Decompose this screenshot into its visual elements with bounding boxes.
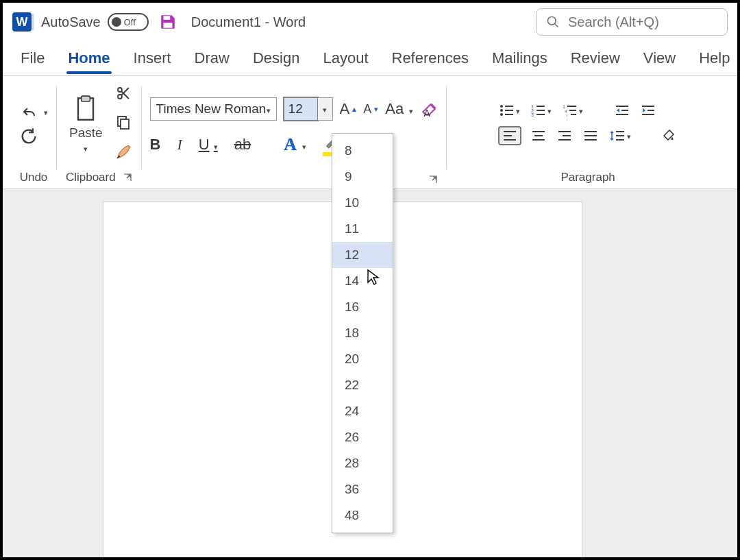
- tab-file[interactable]: File: [19, 45, 46, 75]
- numbering-button[interactable]: 123: [531, 104, 552, 117]
- tab-mailings[interactable]: Mailings: [491, 45, 549, 75]
- font-size-option[interactable]: 48: [332, 502, 393, 528]
- italic-button[interactable]: I: [177, 136, 182, 154]
- svg-point-17: [500, 113, 503, 116]
- multilevel-icon: 1ai: [563, 104, 578, 117]
- change-case-button[interactable]: Aa: [385, 100, 413, 118]
- svg-text:A: A: [424, 108, 431, 118]
- font-name-select[interactable]: Times New Roman: [150, 97, 277, 121]
- justify-button[interactable]: [583, 130, 598, 141]
- decrease-indent-button[interactable]: [615, 104, 630, 117]
- increase-indent-button[interactable]: [641, 104, 656, 117]
- toggle-knob-icon: [112, 17, 121, 27]
- font-size-option[interactable]: 24: [332, 398, 393, 424]
- tab-layout[interactable]: Layout: [321, 45, 369, 75]
- font-size-option[interactable]: 14: [332, 268, 393, 294]
- tab-view[interactable]: View: [642, 45, 677, 75]
- group-paragraph: 123 1ai Paragraph: [447, 80, 729, 188]
- font-size-dropdown-button[interactable]: [318, 97, 333, 121]
- svg-point-15: [500, 109, 503, 112]
- chevron-down-icon: [547, 104, 552, 117]
- scissors-icon: [115, 85, 132, 101]
- group-undo: Undo: [11, 80, 56, 188]
- font-size-dropdown[interactable]: 8 9 10 11 12 14 16 18 20 22 24 26 28 36 …: [332, 133, 393, 533]
- title-bar: W AutoSave Off Document1 - Word Search (…: [3, 3, 737, 41]
- font-size-option[interactable]: 22: [332, 372, 393, 398]
- group-font: Times New Roman 12 A▴ A▾ Aa A: [142, 80, 447, 188]
- svg-text:3: 3: [531, 112, 534, 117]
- word-app-icon: W: [12, 12, 32, 32]
- font-size-option[interactable]: 9: [332, 164, 393, 190]
- copy-button[interactable]: [115, 114, 133, 133]
- font-name-value: Times New Roman: [156, 101, 267, 117]
- font-size-option[interactable]: 20: [332, 346, 393, 372]
- svg-rect-5: [82, 96, 90, 101]
- tab-review[interactable]: Review: [569, 45, 621, 75]
- align-center-button[interactable]: [531, 130, 546, 141]
- font-size-option[interactable]: 28: [332, 450, 393, 476]
- chevron-down-icon[interactable]: [267, 101, 271, 117]
- tab-home[interactable]: Home: [66, 45, 111, 75]
- format-painter-button[interactable]: [115, 143, 133, 163]
- autosave-label: AutoSave: [41, 14, 101, 30]
- tab-help[interactable]: Help: [698, 45, 731, 75]
- svg-line-3: [555, 24, 558, 27]
- autosave-toggle[interactable]: Off: [108, 13, 149, 31]
- svg-rect-0: [163, 16, 170, 19]
- align-right-button[interactable]: [557, 130, 572, 141]
- font-size-input[interactable]: 12: [284, 97, 318, 121]
- grow-font-button[interactable]: A▴: [340, 100, 357, 118]
- bullets-button[interactable]: [500, 104, 520, 117]
- tab-references[interactable]: References: [391, 45, 471, 75]
- clear-formatting-button[interactable]: A: [420, 100, 438, 118]
- bold-button[interactable]: B: [150, 136, 161, 154]
- repeat-icon: [19, 127, 38, 146]
- clipboard-dialog-launcher[interactable]: [123, 173, 132, 182]
- bullets-icon: [500, 104, 515, 117]
- multilevel-list-button[interactable]: 1ai: [563, 104, 583, 117]
- underline-button[interactable]: U: [199, 136, 218, 154]
- font-size-option[interactable]: 26: [332, 424, 393, 450]
- font-size-option-selected[interactable]: 12: [332, 242, 393, 268]
- cut-button[interactable]: [115, 85, 133, 104]
- align-right-icon: [557, 130, 572, 141]
- font-size-option[interactable]: 8: [332, 138, 393, 164]
- search-placeholder: Search (Alt+Q): [568, 14, 659, 30]
- svg-point-13: [500, 105, 503, 108]
- paint-bucket-icon: [660, 129, 676, 143]
- align-center-icon: [531, 130, 546, 141]
- tab-design[interactable]: Design: [251, 45, 301, 75]
- align-left-button[interactable]: [500, 127, 520, 144]
- outdent-icon: [615, 104, 630, 117]
- font-size-option[interactable]: 11: [332, 216, 393, 242]
- tab-draw[interactable]: Draw: [193, 45, 231, 75]
- undo-button[interactable]: [19, 104, 48, 120]
- chevron-down-icon: [302, 136, 306, 154]
- strikethrough-button[interactable]: ab: [234, 136, 251, 154]
- search-input[interactable]: Search (Alt+Q): [536, 8, 728, 36]
- shrink-font-button[interactable]: A▾: [363, 102, 378, 117]
- font-size-option[interactable]: 16: [332, 294, 393, 320]
- indent-icon: [641, 104, 656, 117]
- save-icon[interactable]: [158, 12, 177, 32]
- copy-icon: [115, 114, 132, 130]
- font-size-option[interactable]: 36: [332, 476, 393, 502]
- font-dialog-launcher[interactable]: [428, 175, 438, 184]
- font-size-option[interactable]: 10: [332, 190, 393, 216]
- svg-text:i: i: [567, 113, 567, 117]
- search-icon: [546, 15, 560, 29]
- line-spacing-button[interactable]: [609, 130, 631, 142]
- shading-button[interactable]: [660, 129, 676, 143]
- chevron-down-icon[interactable]: [84, 142, 88, 154]
- font-size-option[interactable]: 18: [332, 320, 393, 346]
- paste-button[interactable]: Paste: [65, 91, 107, 157]
- repeat-button[interactable]: [19, 127, 38, 149]
- group-clipboard: Paste Clipboard: [57, 80, 141, 188]
- document-title: Document1 - Word: [191, 14, 306, 30]
- ribbon-tabs: File Home Insert Draw Design Layout Refe…: [3, 41, 737, 75]
- autosave-control[interactable]: AutoSave Off: [41, 13, 149, 31]
- tab-insert[interactable]: Insert: [132, 45, 173, 75]
- text-effects-button[interactable]: A: [284, 134, 306, 155]
- text-effects-icon: A: [284, 134, 297, 155]
- chevron-down-icon[interactable]: [44, 106, 48, 118]
